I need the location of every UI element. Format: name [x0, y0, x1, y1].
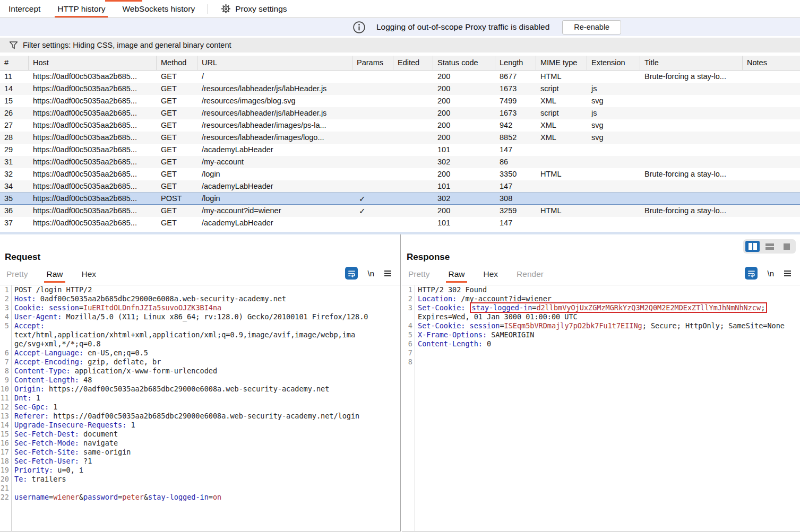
column-header-params[interactable]: Params	[352, 56, 393, 70]
show-newlines-icon[interactable]: \n	[767, 269, 774, 278]
info-icon	[352, 21, 366, 34]
tab-websockets-history[interactable]: WebSockets history	[121, 0, 196, 18]
filter-settings-bar[interactable]: Filter settings: Hiding CSS, image and g…	[0, 38, 800, 53]
split-rows-layout-button[interactable]	[762, 241, 777, 252]
code-token: https://0adf00c5035aa2b685dbc29000e6008a…	[45, 385, 329, 393]
history-row[interactable]: 14https://0adf00c5035aa2b685...GET/resou…	[0, 83, 800, 95]
code-token: Set-Cookie:	[418, 303, 465, 312]
editor-menu-icon[interactable]	[384, 270, 392, 277]
gear-icon	[221, 4, 231, 14]
word-wrap-toggle-icon[interactable]	[745, 267, 758, 280]
cell-extension: svg	[587, 132, 640, 144]
editor-tab-pretty[interactable]: Pretty	[407, 269, 431, 279]
history-row[interactable]: 37https://0adf00c5035aa2b685...GET/acade…	[0, 217, 800, 229]
re-enable-button[interactable]: Re-enable	[562, 20, 621, 34]
code-token: =	[79, 303, 83, 312]
request-editor-toolbar: \n	[345, 267, 392, 280]
cell-title	[640, 107, 743, 119]
cell-title: Brute-forcing a stay-lo...	[640, 168, 743, 180]
banner-message: Logging of out-of-scope Proxy traffic is…	[376, 22, 549, 32]
editor-tab-pretty[interactable]: Pretty	[5, 269, 29, 279]
history-row[interactable]: 29https://0adf00c5035aa2b685...GET/acade…	[0, 144, 800, 156]
column-header-method[interactable]: Method	[157, 56, 197, 70]
tab-http-history[interactable]: HTTP history	[56, 0, 107, 18]
history-row[interactable]: 11https://0adf00c5035aa2b685...GET/20086…	[0, 71, 800, 83]
code-token: document	[79, 430, 118, 438]
cell-number: 26	[0, 107, 29, 119]
history-table-header: #HostMethodURLParamsEditedStatus codeLen…	[0, 56, 800, 71]
request-raw-view[interactable]: 1POST /login HTTP/22Host: 0adf00c5035aa2…	[0, 285, 400, 531]
cell-method: GET	[157, 180, 197, 193]
cell-title: Brute-forcing a stay-lo...	[640, 71, 743, 83]
cell-extension	[587, 205, 640, 217]
history-row[interactable]: 27https://0adf00c5035aa2b685...GET/resou…	[0, 119, 800, 132]
column-header-host[interactable]: Host	[29, 56, 157, 70]
cell-extension: svg	[587, 95, 640, 107]
response-raw-view[interactable]: 1HTTP/2 302 Found2Location: /my-account?…	[402, 285, 800, 531]
cell-notes	[743, 156, 800, 168]
code-line: 17Sec-Fetch-Site: same-origin	[0, 448, 400, 457]
column-header-mime-type[interactable]: MIME type	[536, 56, 587, 70]
code-line: 6Accept-Language: en-US,en;q=0.5	[0, 348, 400, 357]
cell-url: /resources/labheader/js/labHeader.js	[197, 83, 352, 95]
history-row[interactable]: 26https://0adf00c5035aa2b685...GET/resou…	[0, 107, 800, 119]
cell-params	[352, 132, 393, 144]
editor-tab-render[interactable]: Render	[515, 269, 545, 279]
line-number: 1	[402, 285, 412, 294]
history-row[interactable]: 31https://0adf00c5035aa2b685...GET/my-ac…	[0, 156, 800, 168]
code-token: &	[144, 493, 148, 501]
bar	[765, 247, 774, 250]
cell-notes	[743, 217, 800, 229]
cell-title	[640, 83, 743, 95]
line-number: 1	[0, 285, 9, 294]
column-header-status-code[interactable]: Status code	[433, 56, 495, 70]
request-panel-title: Request	[5, 252, 40, 263]
code-token: /my-account?id=wiener	[457, 294, 552, 303]
history-row[interactable]: 35https://0adf00c5035aa2b685...POST/logi…	[0, 193, 800, 205]
bar	[765, 243, 774, 246]
cell-status-code: 200	[433, 205, 495, 217]
cell-notes	[743, 83, 800, 95]
request-panel: Request PrettyRawHex \n	[0, 234, 401, 531]
code-token: same-origin	[79, 448, 131, 456]
show-newlines-icon[interactable]: \n	[367, 269, 374, 278]
editor-menu-icon[interactable]	[784, 270, 792, 277]
code-token: gzip, deflate, br	[83, 357, 161, 366]
cell-params	[352, 119, 393, 132]
cell-number: 28	[0, 132, 29, 144]
editor-tab-hex[interactable]: Hex	[81, 269, 98, 279]
history-row[interactable]: 15https://0adf00c5035aa2b685...GET/resou…	[0, 95, 800, 107]
column-header-number[interactable]: #	[0, 56, 29, 70]
cell-method: GET	[157, 156, 197, 168]
column-header-edited[interactable]: Edited	[393, 56, 433, 70]
cell-url: /my-account?id=wiener	[197, 205, 352, 217]
line-number: 8	[402, 357, 412, 367]
cell-method: GET	[157, 205, 197, 217]
single-view-layout-button[interactable]	[779, 241, 794, 252]
editor-tab-hex[interactable]: Hex	[483, 269, 500, 279]
column-header-url[interactable]: URL	[197, 56, 352, 70]
cell-mime-type: HTML	[536, 205, 587, 217]
split-columns-layout-button[interactable]	[745, 241, 760, 252]
cell-title	[640, 119, 743, 132]
cell-params	[352, 71, 393, 83]
column-header-extension[interactable]: Extension	[587, 56, 640, 70]
column-header-title[interactable]: Title	[640, 56, 743, 70]
history-row[interactable]: 32https://0adf00c5035aa2b685...GET/login…	[0, 168, 800, 180]
cell-number: 29	[0, 144, 29, 156]
column-header-notes[interactable]: Notes	[743, 56, 800, 70]
tab-intercept[interactable]: Intercept	[7, 0, 42, 18]
column-header-length[interactable]: Length	[495, 56, 536, 70]
editor-tab-raw[interactable]: Raw	[447, 269, 466, 279]
history-row[interactable]: 34https://0adf00c5035aa2b685...GET/acade…	[0, 180, 800, 193]
cell-url: /academyLabHeader	[197, 180, 352, 193]
history-row[interactable]: 36https://0adf00c5035aa2b685...GET/my-ac…	[0, 205, 800, 217]
tab-proxy-settings[interactable]: Proxy settings	[219, 0, 288, 18]
history-row[interactable]: 28https://0adf00c5035aa2b685...GET/resou…	[0, 132, 800, 144]
code-token: username	[14, 493, 49, 501]
cell-edited	[393, 217, 433, 229]
code-line: 1HTTP/2 302 Found	[402, 285, 800, 294]
cell-mime-type: script	[536, 83, 587, 95]
editor-tab-raw[interactable]: Raw	[45, 269, 64, 279]
word-wrap-toggle-icon[interactable]	[345, 267, 358, 280]
